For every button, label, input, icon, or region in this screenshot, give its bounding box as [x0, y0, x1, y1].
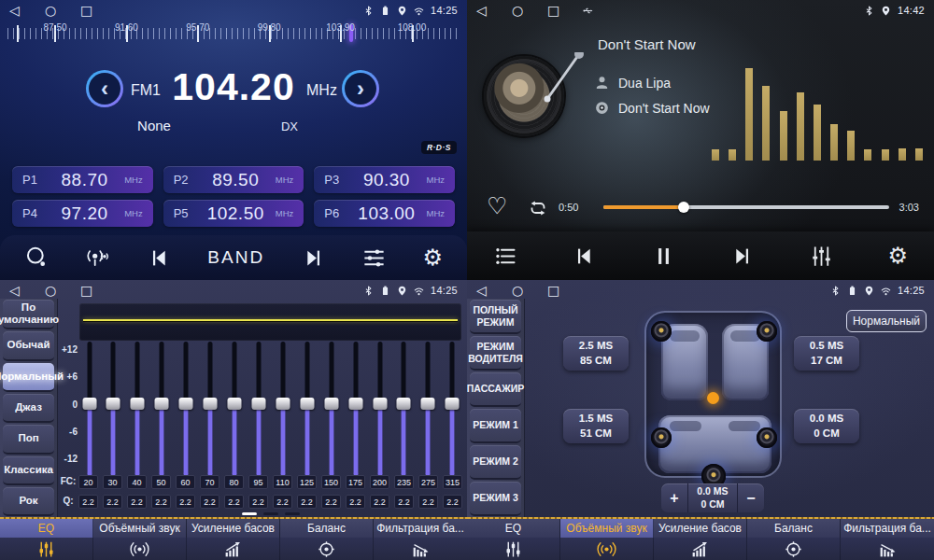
- nav-back-icon[interactable]: ◁: [476, 4, 512, 17]
- radio-preset-button[interactable]: P6 103.00 MHz: [314, 200, 455, 227]
- slider-thumb[interactable]: [155, 398, 169, 410]
- radio-preset-button[interactable]: P4 97.20 MHz: [12, 200, 153, 227]
- favorite-heart-icon[interactable]: ♡: [487, 194, 507, 217]
- sound-tab[interactable]: Фильтрация ба...: [374, 517, 467, 560]
- sound-tab[interactable]: Фильтрация ба...: [841, 517, 934, 560]
- seek-bar-thumb[interactable]: [678, 202, 689, 213]
- sound-tab[interactable]: EQ: [0, 517, 93, 560]
- slider-thumb[interactable]: [421, 398, 435, 410]
- tune-up-button[interactable]: ›: [342, 70, 379, 107]
- nav-back-icon[interactable]: ◁: [9, 284, 45, 297]
- slider-thumb[interactable]: [204, 398, 218, 410]
- rear-left-delay-button[interactable]: 1.5 MS 51 CM: [563, 409, 629, 443]
- eq-preset-button[interactable]: По умолчанию: [3, 300, 54, 329]
- nav-recents-icon[interactable]: □: [547, 4, 583, 17]
- eq-preset-button[interactable]: Джаз: [3, 394, 54, 423]
- next-track-icon[interactable]: [729, 244, 755, 269]
- sound-tab[interactable]: Объёмный звук: [93, 517, 187, 560]
- eq-band-slider[interactable]: [421, 342, 435, 474]
- slider-thumb[interactable]: [251, 398, 265, 410]
- eq-band-slider[interactable]: [446, 342, 460, 474]
- eq-band-slider[interactable]: [106, 342, 120, 474]
- listener-position-dot[interactable]: [707, 392, 719, 404]
- settings-gear-icon[interactable]: ⚙: [887, 245, 908, 267]
- slider-thumb[interactable]: [82, 398, 96, 410]
- slider-thumb[interactable]: [179, 398, 193, 410]
- eq-preset-button[interactable]: Нормальный: [3, 363, 54, 392]
- radio-preset-button[interactable]: P5 102.50 MHz: [163, 200, 304, 227]
- sound-tab[interactable]: EQ: [467, 517, 560, 560]
- next-station-icon[interactable]: [301, 245, 326, 271]
- playlist-icon[interactable]: [493, 244, 518, 269]
- slider-thumb[interactable]: [106, 398, 120, 410]
- slider-thumb[interactable]: [348, 398, 362, 410]
- listening-mode-button[interactable]: РЕЖИМ 2: [470, 445, 521, 480]
- nav-home-icon[interactable]: ○: [45, 284, 80, 297]
- sound-tab[interactable]: Баланс: [280, 517, 374, 560]
- repeat-icon[interactable]: [526, 197, 550, 219]
- sound-tab[interactable]: Усиление басов: [654, 517, 747, 560]
- front-left-delay-button[interactable]: 2.5 MS 85 CM: [563, 336, 629, 371]
- eq-band-slider[interactable]: [251, 342, 265, 474]
- radio-preset-button[interactable]: P3 90.30 MHz: [314, 166, 455, 193]
- slider-thumb[interactable]: [397, 398, 411, 410]
- listening-mode-button[interactable]: ПАССАЖИР: [470, 372, 521, 407]
- listening-mode-button[interactable]: РЕЖИМ 3: [470, 482, 521, 516]
- previous-station-icon[interactable]: [147, 245, 172, 271]
- eq-band-slider[interactable]: [324, 342, 338, 474]
- listening-mode-button[interactable]: РЕЖИМ ВОДИТЕЛЯ: [470, 336, 521, 371]
- eq-band-slider[interactable]: [348, 342, 362, 474]
- nav-home-icon[interactable]: ○: [512, 4, 547, 17]
- band-button[interactable]: BAND: [207, 247, 264, 268]
- nav-recents-icon[interactable]: □: [547, 284, 583, 297]
- rear-right-delay-button[interactable]: 0.0 MS 0 CM: [794, 409, 859, 443]
- eq-preset-button[interactable]: Классика: [3, 456, 54, 485]
- previous-track-icon[interactable]: [572, 244, 597, 269]
- nav-back-icon[interactable]: ◁: [9, 4, 45, 17]
- pause-icon[interactable]: [651, 244, 676, 269]
- front-right-delay-button[interactable]: 0.5 MS 17 CM: [794, 336, 859, 371]
- eq-preset-button[interactable]: Поп: [3, 425, 54, 454]
- profile-dropdown-button[interactable]: Нормальный: [846, 310, 927, 332]
- nav-back-icon[interactable]: ◁: [476, 284, 512, 297]
- eq-band-slider[interactable]: [228, 342, 242, 474]
- tune-down-button[interactable]: ‹: [86, 70, 123, 107]
- eq-preset-button[interactable]: Обычай: [3, 331, 54, 360]
- radio-preset-button[interactable]: P2 89.50 MHz: [163, 166, 304, 193]
- eq-band-slider[interactable]: [204, 342, 218, 474]
- listening-mode-button[interactable]: РЕЖИМ 1: [470, 409, 521, 443]
- eq-band-slider[interactable]: [276, 342, 290, 474]
- eq-band-slider[interactable]: [373, 342, 387, 474]
- sound-tab[interactable]: Баланс: [747, 517, 841, 560]
- eq-band-slider[interactable]: [82, 342, 96, 474]
- radio-preset-button[interactable]: P1 88.70 MHz: [12, 166, 153, 193]
- sound-tab[interactable]: Усиление басов: [187, 517, 280, 560]
- slider-thumb[interactable]: [446, 398, 460, 410]
- sound-tab[interactable]: Объёмный звук: [560, 517, 654, 560]
- broadcast-icon[interactable]: [85, 245, 110, 271]
- nav-home-icon[interactable]: ○: [45, 4, 80, 17]
- equalizer-icon[interactable]: [809, 244, 834, 269]
- slider-thumb[interactable]: [373, 398, 387, 410]
- eq-band-slider[interactable]: [179, 342, 193, 474]
- settings-gear-icon[interactable]: ⚙: [422, 246, 443, 269]
- nav-recents-icon[interactable]: □: [80, 284, 116, 297]
- decrease-delay-button[interactable]: −: [738, 483, 764, 512]
- eq-band-slider[interactable]: [397, 342, 411, 474]
- scan-icon[interactable]: [24, 245, 50, 271]
- slider-thumb[interactable]: [324, 398, 338, 410]
- slider-thumb[interactable]: [276, 398, 290, 410]
- eq-preset-button[interactable]: Рок: [3, 487, 54, 516]
- slider-thumb[interactable]: [300, 398, 314, 410]
- eq-band-slider[interactable]: [300, 342, 314, 474]
- listening-mode-button[interactable]: ПОЛНЫЙ РЕЖИМ: [470, 300, 521, 334]
- slider-thumb[interactable]: [228, 398, 242, 410]
- slider-thumb[interactable]: [131, 398, 145, 410]
- equalizer-icon[interactable]: [361, 245, 387, 271]
- increase-delay-button[interactable]: +: [661, 483, 687, 512]
- eq-band-slider[interactable]: [131, 342, 145, 474]
- seek-bar[interactable]: [603, 205, 889, 209]
- eq-band-slider[interactable]: [155, 342, 169, 474]
- nav-recents-icon[interactable]: □: [80, 4, 116, 17]
- nav-home-icon[interactable]: ○: [512, 284, 547, 297]
